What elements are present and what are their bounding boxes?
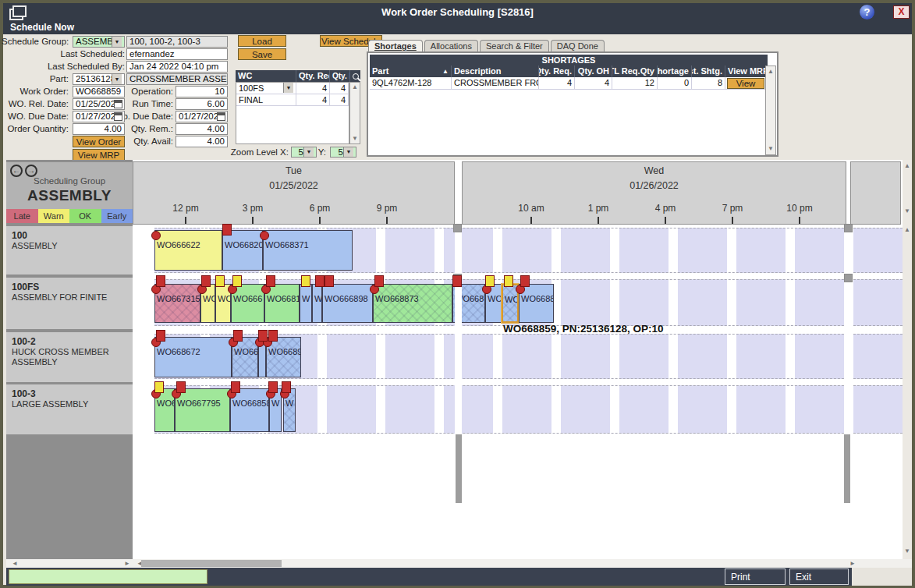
gantt-bar[interactable]: WO667795 — [175, 388, 230, 432]
schedule-group-desc-field: 100, 100-2, 100-3 — [126, 36, 228, 48]
gantt-bar[interactable]: WO666622 — [154, 230, 222, 271]
nav-back-icon[interactable]: ← — [10, 165, 23, 177]
gantt-bar[interactable]: WO66 — [232, 337, 258, 377]
part-select[interactable]: 25136128▼ — [73, 73, 125, 85]
qty-avail-field[interactable]: 4.00 — [176, 136, 228, 147]
scroll-right-icon[interactable]: ► — [849, 561, 856, 567]
qty-rem-field[interactable]: 4.00 — [176, 123, 228, 135]
gantt-bar[interactable]: W — [283, 388, 296, 432]
scroll-down-icon[interactable]: ▼ — [766, 146, 775, 152]
gantt-bar[interactable]: WO — [485, 284, 502, 323]
scroll-up-icon[interactable]: ▲ — [350, 84, 360, 90]
horizontal-scrollbar[interactable]: ◄ ► ◄ ► — [6, 559, 912, 568]
save-button[interactable]: Save — [238, 48, 286, 60]
chevron-down-icon[interactable]: ▼ — [112, 74, 122, 84]
gantt-bar[interactable]: WO668873 — [373, 284, 452, 323]
legend-early: Early — [101, 209, 133, 223]
wc-table-header: WC Qty. Req. Qty. Rem — [236, 70, 360, 82]
tab-search-filter[interactable]: Search & Filter — [480, 40, 549, 51]
status-bar-corner — [852, 568, 912, 586]
wc-table-body: 100FS▼44FINAL44 — [236, 82, 349, 144]
chevron-down-icon[interactable]: ▼ — [303, 147, 314, 157]
chevron-down-icon[interactable]: ▼ — [112, 37, 122, 47]
gantt-bar[interactable]: WO66858 — [230, 388, 269, 432]
row-view-mrp-button[interactable]: View MRP — [727, 78, 764, 89]
separator-handle[interactable] — [453, 274, 462, 282]
chevron-down-icon[interactable]: ▼ — [283, 83, 293, 93]
zoom-y-select[interactable]: 5▼ — [330, 147, 356, 158]
run-time-field[interactable]: 6.00 — [176, 98, 228, 110]
gantt-bar[interactable]: W — [300, 284, 312, 323]
progress-bar — [9, 569, 207, 584]
scroll-up-icon[interactable]: ▲ — [766, 69, 775, 75]
gantt-bar[interactable]: WO6688 — [519, 284, 554, 323]
scroll-up-icon[interactable]: ▲ — [903, 227, 912, 233]
zoom-level-x-label: Zoom Level X: — [195, 147, 289, 158]
gantt-bar[interactable]: WO — [200, 284, 215, 323]
gantt-bar[interactable]: WO666898 — [322, 284, 373, 323]
gantt-bar[interactable]: WO6681 — [264, 284, 300, 323]
gantt-bar-selected[interactable]: WO — [502, 284, 519, 323]
scroll-down-icon[interactable]: ▼ — [903, 548, 912, 554]
scroll-up-icon[interactable]: ▲ — [903, 163, 912, 169]
shortages-scrollbar[interactable]: ▲ ▼ — [765, 66, 776, 155]
zoom-x-select[interactable]: 5▼ — [291, 147, 317, 158]
schedule-now-bar[interactable]: Schedule Now — [3, 21, 912, 34]
gantt-bar[interactable]: WO — [215, 284, 231, 323]
search-icon[interactable] — [350, 72, 360, 81]
shortages-panel: SHORTAGES Part▲DescriptionQty. Req.Qty. … — [367, 51, 778, 157]
chevron-down-icon[interactable]: ▼ — [343, 147, 353, 157]
gantt-bar[interactable] — [258, 337, 266, 377]
scroll-down-icon[interactable]: ▼ — [903, 208, 912, 214]
sort-asc-icon[interactable]: ▲ — [442, 66, 449, 77]
scroll-right-icon[interactable]: ► — [123, 561, 131, 567]
exit-button[interactable]: Exit — [789, 569, 849, 585]
nav-forward-icon[interactable]: → — [25, 165, 37, 177]
shortages-col-6: Est. Shtg. — [692, 66, 725, 77]
work-order-field[interactable]: WO668859 — [73, 86, 125, 97]
wc-table-row[interactable]: FINAL44 — [236, 94, 349, 106]
gantt-bar[interactable]: W — [312, 284, 322, 323]
legend-ok: OK — [69, 209, 101, 223]
calendar-icon[interactable] — [114, 100, 122, 108]
calendar-icon[interactable] — [217, 112, 225, 121]
gantt-bar[interactable]: WO667315 — [154, 284, 200, 323]
close-icon[interactable]: X — [893, 5, 910, 19]
shortages-row[interactable]: 9QL4762M-128CROSSMEMBER FRONT441208View … — [370, 77, 768, 90]
scroll-left-icon[interactable]: ◄ — [11, 561, 19, 567]
shortages-col-1: Description — [452, 66, 539, 77]
wc-table-row[interactable]: 100FS▼44 — [236, 83, 349, 94]
separator-handle[interactable] — [453, 224, 462, 232]
scroll-down-icon[interactable]: ▼ — [350, 136, 360, 142]
wo-due-date-field[interactable]: 01/27/2022 — [73, 111, 125, 122]
gantt-bar[interactable]: WO6689 — [266, 337, 301, 377]
gantt-bar[interactable]: WO666 — [231, 284, 264, 323]
load-button[interactable]: Load — [238, 35, 286, 47]
shortages-col-2: Qty. Req. — [539, 66, 575, 77]
op-due-date-field[interactable]: 01/27/2022 — [176, 111, 228, 122]
last-scheduled-by-field[interactable]: Jan 24 2022 04:10 pm — [126, 61, 228, 73]
view-mrp-button[interactable]: View MRP — [73, 149, 125, 161]
wc-table-scrollbar[interactable]: ▲ ▼ — [349, 82, 360, 144]
tab-shortages[interactable]: Shortages — [368, 40, 423, 51]
order-quantity-field[interactable]: 4.00 — [73, 123, 125, 135]
schedule-group-select[interactable]: ASSEMBLY▼ — [73, 36, 125, 48]
help-icon[interactable]: ? — [860, 5, 874, 19]
status-legend: LateWarnOKEarly — [6, 209, 133, 223]
last-scheduled-field[interactable]: efernandez — [126, 48, 228, 60]
gantt-bar[interactable]: W — [269, 388, 282, 432]
gantt-vertical-scrollbar[interactable]: ▲ ▼ ▲ ▼ — [903, 160, 912, 559]
separator-handle[interactable] — [844, 224, 853, 232]
separator-handle[interactable] — [844, 274, 853, 282]
print-button[interactable]: Print — [725, 569, 786, 585]
gantt-bar[interactable]: WO6 — [154, 388, 175, 432]
wo-rel-date-field[interactable]: 01/25/2022 — [73, 98, 125, 110]
calendar-icon[interactable] — [114, 112, 122, 121]
scrollbar-thumb[interactable] — [141, 560, 282, 567]
gantt-bar[interactable]: WO66820 — [222, 230, 263, 271]
operation-field[interactable]: 10 — [176, 86, 228, 97]
tab-daq-done[interactable]: DAQ Done — [551, 40, 605, 51]
tab-allocations[interactable]: Allocations — [424, 40, 478, 51]
gantt-bar[interactable]: WO668371 — [263, 230, 353, 271]
gantt-bar[interactable]: WO668672 — [154, 337, 232, 377]
